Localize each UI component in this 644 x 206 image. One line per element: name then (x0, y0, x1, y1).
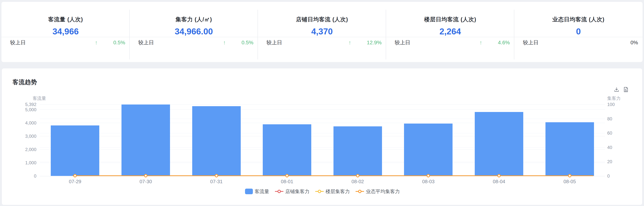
kpi-footer: 较上日 ↑ 0.5% (130, 37, 258, 48)
x-label-08-04: 08-04 (493, 179, 505, 184)
right-tick-40: 40 (607, 145, 612, 150)
bar-07-31[interactable] (192, 106, 241, 176)
up-arrow-icon: ↑ (224, 40, 226, 45)
legend-item-业态平均集客力[interactable]: 业态平均集客力 (356, 188, 400, 195)
delta-value: 0% (627, 40, 638, 46)
left-tick-2,000: 2,000 (25, 147, 36, 152)
line-marker-08-05[interactable] (568, 174, 572, 177)
x-label-07-31: 07-31 (210, 179, 223, 184)
left-tick-0: 0 (34, 174, 36, 178)
right-tick-80: 80 (607, 116, 612, 121)
kpi-title: 集客力 (人/㎡) (130, 16, 258, 23)
bar-08-05[interactable] (546, 122, 594, 176)
line-marker-07-30[interactable] (144, 174, 148, 177)
delta-value: 0.5% (242, 40, 254, 46)
legend-label: 业态平均集客力 (366, 188, 400, 195)
kpi-footer: 较上日 ↑ 12.9% (258, 37, 386, 48)
up-arrow-icon: ↑ (480, 40, 482, 45)
kpi-value: 2,264 (386, 26, 514, 37)
left-tick-3,000: 3,000 (25, 134, 36, 139)
kpi-value: 4,370 (258, 26, 386, 37)
legend-item-店铺集客力[interactable]: 店铺集客力 (275, 188, 310, 195)
legend-line-swatch (275, 189, 284, 194)
compare-label: 较上日 (266, 39, 282, 46)
right-axis-ticks: 020406080100 (607, 104, 635, 176)
x-axis-labels: 07-2907-3007-3108-0108-0208-0308-0408-05 (40, 179, 605, 185)
line-marker-08-01[interactable] (285, 174, 289, 177)
kpi-card-floor-daily-avg: 楼层日均客流 (人次) 2,264 较上日 ↑ 4.6% (386, 2, 514, 62)
legend-label: 楼层集客力 (326, 188, 350, 195)
delta-value: 0.5% (113, 40, 125, 46)
line-series-业态平均集客力[interactable] (72, 175, 593, 176)
kpi-footer: 较上日 ↑ 0.5% (2, 37, 130, 48)
left-tick-4,000: 4,000 (25, 121, 36, 125)
kpi-footer: 较上日 ↑ 4.6% (386, 37, 514, 48)
bar-08-04[interactable] (475, 112, 523, 176)
x-label-08-02: 08-02 (352, 179, 364, 184)
line-marker-08-02[interactable] (356, 174, 360, 177)
kpi-value: 34,966.00 (130, 26, 258, 37)
delta-value: 4.6% (498, 40, 510, 46)
left-axis-name: 客流量 (2, 95, 46, 101)
left-axis-ticks: 01,0002,0003,0004,0005,0005,392 (2, 104, 36, 176)
line-marker-07-31[interactable] (215, 174, 218, 177)
legend-line-swatch (356, 189, 364, 194)
report-icon[interactable] (623, 87, 629, 92)
right-axis-name: 集客力 (607, 95, 635, 101)
kpi-footer: 较上日 ↑ 0% (514, 37, 642, 48)
kpi-summary-row: 客流量 (人次) 34,966 较上日 ↑ 0.5% 集客力 (人/㎡) 34,… (2, 2, 642, 62)
right-tick-0: 0 (607, 174, 610, 178)
legend-label: 客流量 (255, 188, 269, 195)
up-arrow-icon: ↑ (348, 40, 351, 45)
line-marker-08-04[interactable] (497, 174, 501, 177)
bar-08-02[interactable] (334, 126, 382, 176)
compare-label: 较上日 (395, 39, 410, 46)
compare-label: 较上日 (10, 39, 26, 46)
x-label-07-29: 07-29 (69, 179, 81, 184)
kpi-card-format-daily-avg: 业态日均客流 (人次) 0 较上日 ↑ 0% (514, 2, 642, 62)
left-tick-5,392: 5,392 (25, 102, 36, 107)
x-label-08-05: 08-05 (564, 179, 576, 184)
traffic-trend-card: 客流趋势 客流量 集客力 01,0002,0003,0004,0005,0005… (2, 68, 642, 205)
bar-08-03[interactable] (404, 124, 452, 176)
kpi-title: 店铺日均客流 (人次) (258, 16, 386, 23)
x-label-07-30: 07-30 (140, 179, 152, 184)
kpi-card-gathering-power: 集客力 (人/㎡) 34,966.00 较上日 ↑ 0.5% (130, 2, 258, 62)
delta-value: 12.9% (367, 40, 382, 46)
left-tick-5,000: 5,000 (25, 107, 36, 112)
kpi-card-traffic: 客流量 (人次) 34,966 较上日 ↑ 0.5% (2, 2, 130, 62)
legend-label: 店铺集客力 (285, 188, 310, 195)
kpi-card-shop-daily-avg: 店铺日均客流 (人次) 4,370 较上日 ↑ 12.9% (258, 2, 386, 62)
chart-actions (614, 87, 629, 92)
kpi-value: 0 (514, 26, 642, 37)
line-marker-07-29[interactable] (73, 174, 77, 177)
compare-label: 较上日 (523, 39, 538, 46)
bar-07-30[interactable] (122, 104, 170, 176)
right-tick-60: 60 (607, 131, 612, 135)
bar-07-29[interactable] (51, 125, 99, 176)
legend-item-客流量[interactable]: 客流量 (245, 188, 269, 195)
chart-legend: 客流量店铺集客力楼层集客力业态平均集客力 (40, 188, 605, 195)
up-arrow-icon: ↑ (95, 40, 97, 45)
kpi-value: 34,966 (2, 26, 130, 37)
legend-item-楼层集客力[interactable]: 楼层集客力 (315, 188, 350, 195)
kpi-title: 客流量 (人次) (2, 16, 130, 23)
kpi-title: 楼层日均客流 (人次) (386, 16, 514, 23)
plot-area (40, 104, 605, 176)
right-tick-100: 100 (607, 102, 615, 107)
line-marker-08-03[interactable] (426, 174, 430, 177)
kpi-title: 业态日均客流 (人次) (514, 16, 642, 23)
legend-bar-swatch (245, 189, 253, 194)
chart-title: 客流趋势 (12, 78, 37, 86)
left-tick-1,000: 1,000 (25, 160, 36, 165)
x-label-08-03: 08-03 (422, 179, 434, 184)
x-label-08-01: 08-01 (281, 179, 293, 184)
compare-label: 较上日 (138, 39, 154, 46)
legend-line-swatch (315, 189, 324, 194)
right-tick-20: 20 (607, 159, 612, 164)
bar-08-01[interactable] (263, 124, 311, 176)
download-icon[interactable] (614, 87, 619, 92)
